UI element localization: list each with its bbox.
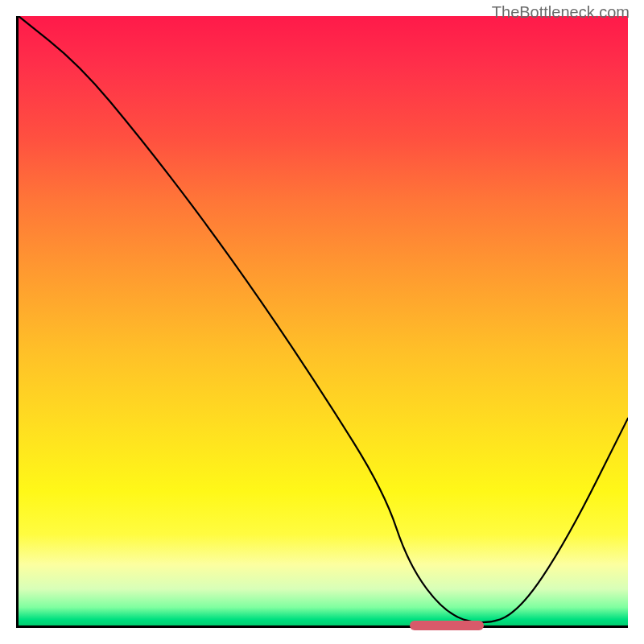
bottleneck-curve — [19, 16, 628, 625]
watermark-text: TheBottleneck.com — [492, 3, 630, 22]
chart-plot-area — [16, 16, 628, 628]
optimal-zone-marker — [410, 621, 483, 630]
curve-path — [19, 16, 628, 622]
